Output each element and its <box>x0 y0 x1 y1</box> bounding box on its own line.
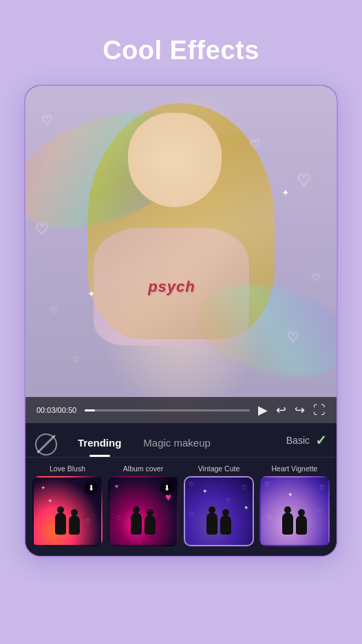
undo-button[interactable]: ↩ <box>276 402 286 418</box>
filter-label-love-blush: Love Blush <box>50 464 85 473</box>
time-display: 00:03/00:50 <box>36 406 76 414</box>
filter-vintage-cute[interactable]: Vintage Cute ♡ ♡ ♡ ♡ ✦ ✦ <box>184 464 254 546</box>
video-preview: psych ♡ ♡ ♡ ♡ ♡ ♡ ♡ ♡ ♡ ✦ ✦ ✦ 00:03/00:5… <box>25 86 337 423</box>
page-title: Cool Effects <box>103 36 259 65</box>
filter-thumb-love-blush[interactable]: ✦ ♡ ✦ ♡ ⬇ <box>32 476 103 546</box>
tabs-list: Trending Magic makeup <box>67 431 277 457</box>
shirt-text: psych <box>148 278 195 296</box>
redo-button[interactable]: ↪ <box>295 402 305 418</box>
tab-trending[interactable]: Trending <box>67 431 132 457</box>
filter-thumb-album-cover[interactable]: ♥ ♥ ♡ ⬇ <box>108 476 178 546</box>
check-button[interactable]: ✓ <box>315 432 327 449</box>
fullscreen-button[interactable]: ⛶ <box>313 403 326 418</box>
thumb-silhouette-3 <box>206 513 231 535</box>
download-badge-2[interactable]: ⬇ <box>160 481 173 495</box>
no-effect-button[interactable] <box>35 433 57 455</box>
basic-label[interactable]: Basic <box>286 435 310 446</box>
tabs-right: Basic ✓ <box>277 432 337 457</box>
filter-thumb-heart-vignette[interactable]: ♡ ♡ ♡ ♡ ✦ <box>259 476 330 546</box>
tabs-bar: Trending Magic makeup Basic ✓ <box>25 423 337 458</box>
phone-card: psych ♡ ♡ ♡ ♡ ♡ ♡ ♡ ♡ ♡ ✦ ✦ ✦ 00:03/00:5… <box>24 85 338 557</box>
person-face <box>128 113 222 207</box>
thumb-silhouette-4 <box>282 513 307 535</box>
no-button-container <box>25 433 67 455</box>
progress-bar[interactable] <box>85 409 250 411</box>
download-badge-1[interactable]: ⬇ <box>84 481 98 495</box>
filters-row: Love Blush ✦ ♡ ✦ ♡ ⬇ Album cover <box>25 458 337 556</box>
filter-label-heart-vignette: Heart Vignette <box>272 464 318 473</box>
thumb-silhouette-2 <box>131 513 156 535</box>
filter-love-blush[interactable]: Love Blush ✦ ♡ ✦ ♡ ⬇ <box>32 464 103 546</box>
filter-label-album-cover: Album cover <box>123 464 163 473</box>
tab-magic-makeup[interactable]: Magic makeup <box>132 431 222 457</box>
video-controls: 00:03/00:50 ▶ ↩ ↪ ⛶ <box>25 397 337 423</box>
thumb-silhouette-1 <box>55 513 80 535</box>
filter-label-vintage-cute: Vintage Cute <box>198 464 240 473</box>
play-button[interactable]: ▶ <box>258 402 268 418</box>
filter-thumb-vintage-cute[interactable]: ♡ ♡ ♡ ♡ ✦ ✦ <box>184 476 254 546</box>
progress-fill <box>85 409 94 411</box>
filter-heart-vignette[interactable]: Heart Vignette ♡ ♡ ♡ ♡ ✦ <box>259 464 330 546</box>
filter-album-cover[interactable]: Album cover ♥ ♥ ♡ ⬇ <box>108 464 178 546</box>
